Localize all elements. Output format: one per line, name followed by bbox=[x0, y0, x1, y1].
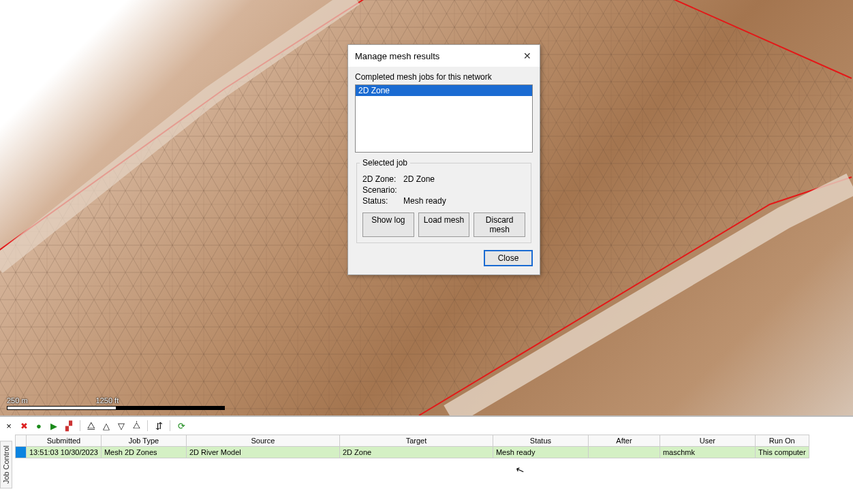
up-icon[interactable]: △ bbox=[100, 420, 112, 432]
down-icon[interactable]: ▽ bbox=[115, 420, 127, 432]
cell-run-on: This computer bbox=[755, 447, 809, 458]
col-source[interactable]: Source bbox=[186, 435, 339, 447]
job-control-panel: Job Control × ✖ ● ▶ ▞ ⧋ △ ▽ ⧊ ⇵ ⟳ Submit… bbox=[0, 415, 853, 504]
col-job-type[interactable]: Job Type bbox=[101, 435, 186, 447]
job-control-tab[interactable]: Job Control bbox=[0, 441, 12, 488]
selected-job-group: Selected job 2D Zone: 2D Zone Scenario: … bbox=[356, 158, 531, 243]
col-indicator[interactable] bbox=[16, 435, 27, 447]
status-label: Status: bbox=[362, 196, 403, 206]
close-icon[interactable]: ✕ bbox=[521, 49, 534, 63]
status-value: Mesh ready bbox=[403, 196, 446, 206]
col-submitted[interactable]: Submitted bbox=[27, 435, 102, 447]
dialog-titlebar[interactable]: Manage mesh results ✕ bbox=[348, 45, 540, 67]
filter-icon[interactable]: ⇵ bbox=[153, 420, 165, 432]
col-user[interactable]: User bbox=[660, 435, 755, 447]
dialog-title: Manage mesh results bbox=[355, 51, 439, 61]
table-header-row: Submitted Job Type Source Target Status … bbox=[16, 435, 809, 447]
cell-target: 2D Zone bbox=[339, 447, 493, 458]
discard-mesh-button[interactable]: Discard mesh bbox=[474, 212, 525, 237]
play-icon[interactable]: ▶ bbox=[48, 420, 60, 432]
zone-label: 2D Zone: bbox=[362, 174, 403, 184]
cell-status: Mesh ready bbox=[493, 447, 588, 458]
cell-submitted: 13:51:03 10/30/2023 bbox=[27, 447, 102, 458]
col-run-on[interactable]: Run On bbox=[755, 435, 809, 447]
table-row[interactable]: 13:51:03 10/30/2023 Mesh 2D Zones 2D Riv… bbox=[16, 447, 809, 458]
zone-value: 2D Zone bbox=[403, 174, 435, 184]
scale-bar: 250 m 1250 ft bbox=[7, 396, 225, 410]
col-after[interactable]: After bbox=[588, 435, 660, 447]
refresh-icon[interactable]: ⟳ bbox=[175, 420, 187, 432]
cell-job-type: Mesh 2D Zones bbox=[101, 447, 186, 458]
chart-icon[interactable]: ▞ bbox=[63, 420, 75, 432]
cell-after bbox=[588, 447, 660, 458]
collapse-icon[interactable]: ⧋ bbox=[85, 420, 97, 432]
job-toolbar: × ✖ ● ▶ ▞ ⧋ △ ▽ ⧊ ⇵ ⟳ bbox=[3, 420, 187, 432]
row-indicator bbox=[16, 447, 27, 458]
cancel-icon[interactable]: ✖ bbox=[18, 420, 30, 432]
jobs-table[interactable]: Submitted Job Type Source Target Status … bbox=[15, 435, 809, 458]
cell-user: maschmk bbox=[660, 447, 755, 458]
manage-mesh-dialog: Manage mesh results ✕ Completed mesh job… bbox=[347, 44, 540, 275]
col-target[interactable]: Target bbox=[339, 435, 493, 447]
load-mesh-button[interactable]: Load mesh bbox=[418, 212, 470, 237]
run-icon[interactable]: ● bbox=[33, 420, 45, 432]
close-button[interactable]: Close bbox=[484, 250, 533, 266]
scenario-label: Scenario: bbox=[362, 185, 403, 195]
jobs-list-item[interactable]: 2D Zone bbox=[356, 85, 532, 96]
close-panel-icon[interactable]: × bbox=[3, 420, 15, 432]
col-status[interactable]: Status bbox=[493, 435, 588, 447]
scale-right-label: 1250 ft bbox=[96, 396, 119, 405]
jobs-list[interactable]: 2D Zone bbox=[355, 84, 533, 153]
scale-left-label: 250 m bbox=[7, 396, 28, 405]
cell-source: 2D River Model bbox=[186, 447, 339, 458]
show-log-button[interactable]: Show log bbox=[362, 212, 414, 237]
expand-icon[interactable]: ⧊ bbox=[130, 420, 142, 432]
jobs-list-label: Completed mesh jobs for this network bbox=[355, 72, 533, 82]
selected-job-legend: Selected job bbox=[360, 158, 410, 168]
